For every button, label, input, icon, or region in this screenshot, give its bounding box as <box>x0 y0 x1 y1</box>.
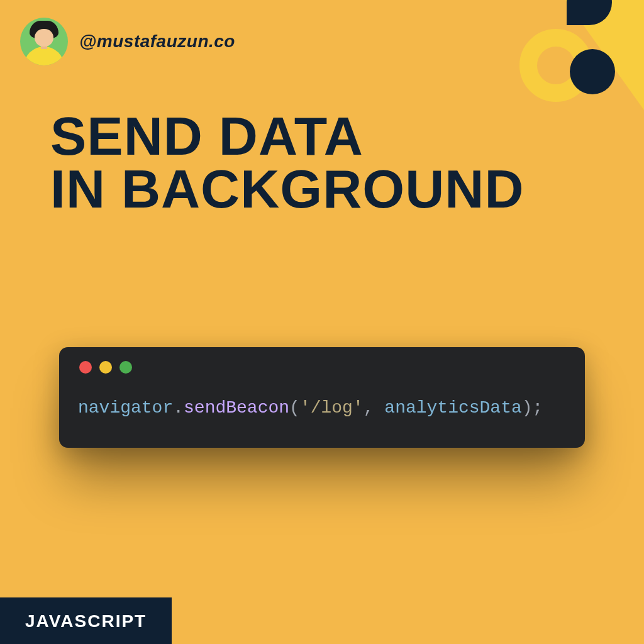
window-minimize-icon <box>99 361 112 374</box>
window-traffic-lights <box>78 361 566 374</box>
window-maximize-icon <box>119 361 132 374</box>
code-token-dot: . <box>173 398 184 418</box>
code-token-object: navigator <box>78 398 173 418</box>
code-token-method: sendBeacon <box>184 398 289 418</box>
code-token-arg: analyticsData <box>384 398 521 418</box>
code-token-string: '/log' <box>300 398 364 418</box>
page-title: SEND DATA IN BACKGROUND <box>50 109 606 216</box>
author-handle: @mustafauzun.co <box>79 31 235 52</box>
title-line-2: IN BACKGROUND <box>50 162 606 215</box>
header: @mustafauzun.co <box>20 18 235 65</box>
code-snippet: navigator.sendBeacon('/log', analyticsDa… <box>78 395 566 421</box>
svg-point-1 <box>570 49 615 94</box>
language-tag: JAVASCRIPT <box>0 597 172 644</box>
title-line-1: SEND DATA <box>50 109 606 162</box>
code-window: navigator.sendBeacon('/log', analyticsDa… <box>59 347 585 448</box>
avatar-icon <box>20 18 68 65</box>
code-token-close: ); <box>522 398 543 418</box>
code-token-comma: , <box>364 398 385 418</box>
svg-point-0 <box>528 38 584 93</box>
window-close-icon <box>79 361 92 374</box>
code-token-open: ( <box>289 398 300 418</box>
